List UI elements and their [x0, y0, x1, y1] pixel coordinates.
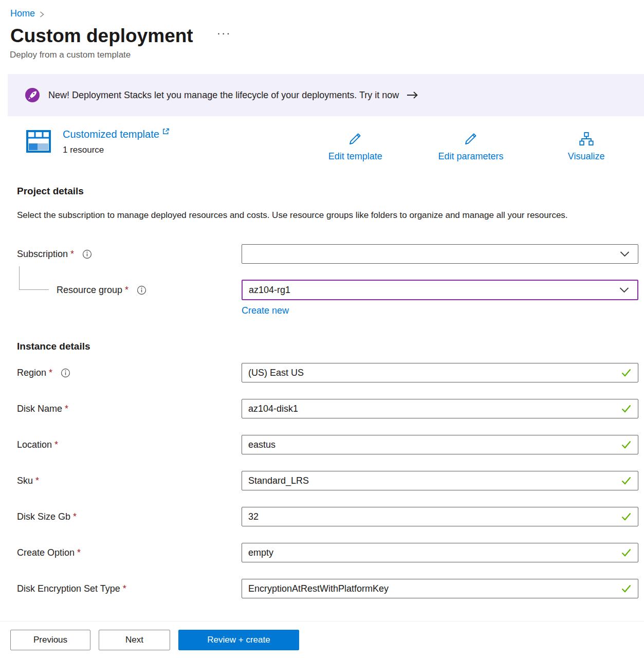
previous-button[interactable]: Previous — [10, 630, 90, 650]
more-options-button[interactable]: ··· — [217, 27, 231, 40]
resource-count: 1 resource — [63, 145, 170, 155]
review-create-button[interactable]: Review + create — [178, 630, 299, 650]
page-subtitle: Deploy from a custom template — [0, 50, 644, 60]
title-row: Custom deployment ··· — [0, 25, 644, 47]
info-icon[interactable] — [61, 368, 70, 378]
info-icon[interactable] — [82, 249, 92, 259]
create-new-wrap: Create new — [242, 305, 644, 316]
chevron-down-icon — [619, 287, 629, 294]
disk-size-gb-input[interactable] — [242, 507, 638, 526]
required-asterisk: * — [70, 249, 74, 260]
pencil-icon — [347, 131, 363, 147]
edit-template-label: Edit template — [328, 151, 382, 162]
create-option-label: Create Option — [17, 547, 75, 558]
field-row-location: Location * — [0, 434, 644, 455]
sku-label: Sku — [17, 476, 33, 486]
region-label: Region — [17, 368, 46, 378]
disk-name-input[interactable] — [242, 399, 638, 418]
customized-template-link[interactable]: Customized template — [63, 129, 170, 140]
disk-size-gb-label: Disk Size Gb — [17, 511, 70, 522]
customized-template-label: Customized template — [63, 129, 159, 140]
create-option-input[interactable] — [242, 543, 638, 562]
required-asterisk: * — [123, 583, 126, 594]
connector-line — [19, 266, 49, 290]
resource-group-dropdown[interactable]: az104-rg1 — [242, 280, 638, 300]
footer-bar: Previous Next Review + create — [0, 621, 644, 658]
required-asterisk: * — [65, 404, 68, 414]
region-input[interactable] — [242, 363, 638, 382]
project-details-heading: Project details — [17, 186, 644, 197]
custom-deployment-page: Home Custom deployment ··· Deploy from a… — [0, 0, 644, 658]
disk-encryption-set-type-label: Disk Encryption Set Type — [17, 583, 120, 594]
check-icon — [621, 368, 632, 377]
sku-input[interactable] — [242, 471, 638, 490]
location-label: Location — [17, 440, 52, 450]
field-row-region: Region * — [0, 362, 644, 383]
page-title: Custom deployment — [10, 25, 193, 47]
field-row-sku: Sku * — [0, 470, 644, 491]
template-info: Customized template 1 resource — [63, 129, 170, 155]
template-actions: Edit template Edit parameters Visualize — [298, 129, 644, 162]
breadcrumb-home-link[interactable]: Home — [10, 8, 35, 19]
template-icon — [26, 130, 51, 153]
resource-group-value: az104-rg1 — [249, 285, 290, 296]
chevron-right-icon — [39, 11, 45, 18]
edit-parameters-label: Edit parameters — [438, 151, 503, 162]
check-icon — [621, 512, 632, 521]
info-icon[interactable] — [137, 285, 146, 295]
check-icon — [621, 476, 632, 485]
pencil-icon — [463, 131, 479, 147]
next-button[interactable]: Next — [99, 630, 170, 650]
required-asterisk: * — [77, 547, 81, 558]
project-details-description: Select the subscription to manage deploy… — [17, 207, 608, 223]
check-icon — [621, 584, 632, 593]
instance-details-heading: Instance details — [17, 341, 644, 352]
arrow-right-icon[interactable] — [406, 90, 418, 100]
disk-name-label: Disk Name — [17, 404, 62, 414]
org-chart-icon — [578, 131, 595, 147]
external-link-icon — [162, 127, 170, 135]
resource-group-label: Resource group — [57, 285, 122, 296]
create-new-link[interactable]: Create new — [242, 305, 289, 316]
field-row-disk-size-gb: Disk Size Gb * — [0, 506, 644, 527]
chevron-down-icon — [620, 251, 630, 258]
breadcrumb: Home — [0, 0, 644, 19]
required-asterisk: * — [49, 368, 52, 378]
required-asterisk: * — [54, 440, 58, 450]
edit-template-button[interactable]: Edit template — [298, 131, 413, 162]
subscription-row: Subscription * — [0, 244, 644, 264]
check-icon — [621, 404, 632, 413]
subscription-dropdown[interactable] — [242, 244, 638, 264]
template-bar: Customized template 1 resource Edit temp… — [0, 129, 644, 162]
required-asterisk: * — [125, 285, 128, 296]
rocket-icon — [25, 87, 40, 103]
location-input[interactable] — [242, 435, 638, 454]
disk-encryption-set-type-input[interactable] — [242, 579, 638, 598]
check-icon — [621, 548, 632, 557]
field-row-disk-encryption-set-type: Disk Encryption Set Type * — [0, 578, 644, 599]
field-row-create-option: Create Option * — [0, 542, 644, 563]
banner-message: New! Deployment Stacks let you manage th… — [48, 90, 399, 101]
check-icon — [621, 440, 632, 449]
deployment-stacks-banner[interactable]: New! Deployment Stacks let you manage th… — [8, 74, 644, 116]
visualize-label: Visualize — [568, 151, 605, 162]
resource-group-row: Resource group * az104-rg1 — [0, 280, 644, 300]
field-row-disk-name: Disk Name * — [0, 398, 644, 419]
required-asterisk: * — [35, 476, 39, 486]
required-asterisk: * — [73, 511, 77, 522]
visualize-button[interactable]: Visualize — [528, 131, 644, 162]
edit-parameters-button[interactable]: Edit parameters — [413, 131, 529, 162]
subscription-label: Subscription — [17, 249, 68, 260]
